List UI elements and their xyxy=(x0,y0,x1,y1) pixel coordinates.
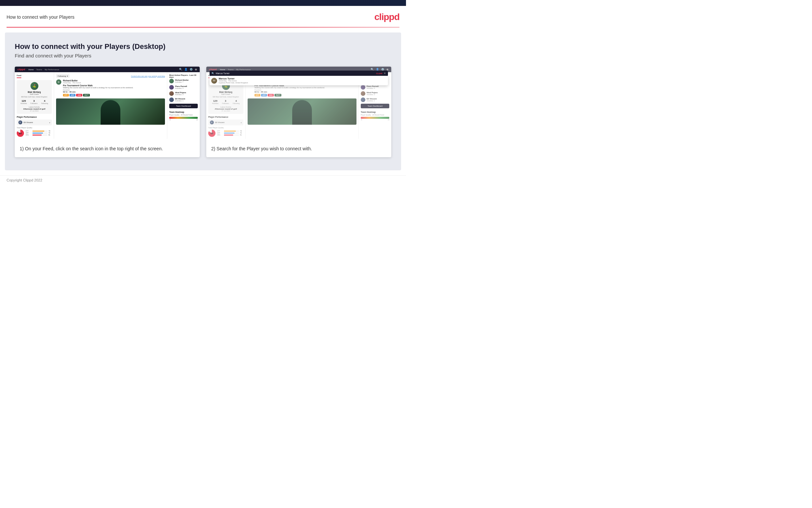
profile-job-title-2: Golf Coach xyxy=(210,93,241,95)
bar-fill-ott xyxy=(33,131,44,132)
bar-label-arg-2: ARG xyxy=(217,134,223,136)
profile-job-title: Golf Coach xyxy=(19,93,50,95)
bar-arg: ARG 61 xyxy=(26,134,52,136)
player-acts-hiral: Activities: 3 xyxy=(175,93,186,95)
search-result-marcus[interactable]: M Marcus Turner Yesterday · The Grove Cy… xyxy=(211,78,386,84)
avatar-icon[interactable]: ◉ xyxy=(195,68,197,71)
activity-tags: OTT APP ARG PUTT xyxy=(63,94,133,96)
stat-followers-label: Followers xyxy=(31,102,37,104)
bar-num-arg-2: 61 xyxy=(240,134,243,136)
tag-putt-2: PUTT xyxy=(275,94,281,96)
following-button[interactable]: Following ▾ xyxy=(56,74,69,78)
bar-ott: OTT 79 xyxy=(26,130,52,132)
app-left-1: Feed ⛳ Blair McHarg Golf Coach Mill Ride… xyxy=(15,72,54,139)
card-activity-desc: Walking the course with my coach to buil… xyxy=(63,87,133,89)
bar-arg-2: ARG 61 xyxy=(217,134,243,136)
nav2-item-home[interactable]: Home xyxy=(220,69,225,71)
stat-followers-label-2: Followers xyxy=(222,102,229,104)
quality-label-2: Total Player Quality xyxy=(208,127,243,129)
app-ui-1: clippd Home Teams My Performance 🔍 👤 ⚙️ … xyxy=(15,67,200,139)
footer: Copyright Clippd 2022 xyxy=(0,175,406,185)
bar-num-ott-2: 79 xyxy=(240,130,243,132)
following-chevron-icon: ▾ xyxy=(67,75,68,77)
profile-name: Blair McHarg xyxy=(19,91,50,93)
bar-num-app: 70 xyxy=(49,132,52,134)
player-avatar-piers xyxy=(169,85,174,90)
nav-item-teams[interactable]: Teams xyxy=(36,69,42,71)
nav2-item-my-performance[interactable]: My Performance xyxy=(236,69,250,71)
bar-app-2: APP 70 xyxy=(217,132,243,134)
golfer-photo-2 xyxy=(248,98,356,125)
player-info-hiral: Hiral Pujara Activities: 3 xyxy=(175,92,186,95)
player-avatar-hiral-2 xyxy=(361,91,365,96)
quality-label: Total Player Quality xyxy=(17,127,52,129)
feed-tab[interactable]: Feed xyxy=(17,75,21,78)
most-active-title: Most Active Players - Last 30 days xyxy=(169,74,198,78)
caption-1: 1) On your Feed, click on the search ico… xyxy=(15,139,200,157)
team-dashboard-button-2[interactable]: Team Dashboard xyxy=(361,104,389,108)
stat-activities-label-2: Activities xyxy=(212,102,219,104)
search-icon[interactable]: 🔍 xyxy=(179,68,182,71)
player-row-eli-2: Eli Vincent Activities: 1 xyxy=(361,97,389,102)
golfer-silhouette xyxy=(101,100,121,125)
search-input-value[interactable]: Marcus Turner xyxy=(216,72,375,75)
stat-followers: 3 Followers xyxy=(31,99,37,104)
score-bars-2: OTT 79 APP 70 xyxy=(217,130,243,136)
player-info-piers: Piers Parnell Activities: 4 xyxy=(175,85,187,89)
clear-button[interactable]: CLEAR xyxy=(376,73,382,75)
app-wrapper-2: clippd Home Teams My Performance 🔍 👤 ⚙️ … xyxy=(206,67,391,139)
player-info-eli: Eli Vincent Activities: 1 xyxy=(175,98,185,102)
player-avatar-piers-2 xyxy=(361,85,365,90)
player-info-richard: Richard Butler Activities: 7 xyxy=(175,79,189,83)
bar-track-app-2 xyxy=(224,133,239,134)
card-user-meta: Yesterday · The Grove xyxy=(63,82,133,84)
bar-fill-app-2 xyxy=(224,133,235,134)
user-icon[interactable]: 👤 xyxy=(184,68,188,71)
team-heatmap-title: Team Heatmap xyxy=(169,111,198,113)
control-link[interactable]: Control who can see your activity and da… xyxy=(131,75,165,77)
player-avatar-eli-2 xyxy=(361,97,365,102)
bar-num-app-2: 70 xyxy=(240,132,243,134)
nav2-item-teams[interactable]: Teams xyxy=(228,69,234,71)
following-header: Following ▾ Control who can see your act… xyxy=(56,74,165,78)
stat-activities: 129 Activities xyxy=(20,99,27,104)
player-avatar-eli xyxy=(169,97,174,102)
player-row-piers: Piers Parnell Activities: 4 xyxy=(169,85,198,90)
nav-item-my-performance[interactable]: My Performance xyxy=(45,69,59,71)
latest-activity-date-2: 27 Jul 2022 xyxy=(210,110,241,112)
bar-app: APP 70 xyxy=(26,132,52,134)
bar-track-ott-2 xyxy=(224,131,239,132)
tag-ott: OTT xyxy=(63,94,69,96)
profile-avatar: ⛳ xyxy=(31,82,38,90)
settings-icon[interactable]: ⚙️ xyxy=(190,68,193,71)
card-duration-value: 02 hr : 00 min xyxy=(63,91,133,93)
app-nav-right: 🔍 👤 ⚙️ ◉ xyxy=(179,68,197,71)
following-label: Following xyxy=(58,75,66,77)
tag-ott-2: OTT xyxy=(254,94,260,96)
player-select[interactable]: E Eli Vincent ▾ xyxy=(17,120,52,125)
nav-item-home[interactable]: Home xyxy=(29,69,34,71)
stat-activities-label: Activities xyxy=(20,102,27,104)
header: How to connect with your Players clippd xyxy=(0,6,406,27)
card-activity-desc-2: Walking the course with my coach to buil… xyxy=(254,87,325,89)
search-overlay: 🔍 Marcus Turner CLEAR ✕ xyxy=(209,71,388,76)
team-dashboard-button[interactable]: Team Dashboard xyxy=(169,104,198,108)
player-select-2[interactable]: E Eli Vincent ▾ xyxy=(208,120,243,125)
screenshot-2: clippd Home Teams My Performance 🔍 👤 ⚙️ … xyxy=(206,67,391,157)
activity-card: R Richard Butler Yesterday · The Grove P… xyxy=(56,79,165,96)
close-search-icon[interactable]: ✕ xyxy=(384,72,386,75)
search-results-dropdown: M Marcus Turner Yesterday · The Grove Cy… xyxy=(209,76,388,85)
team-heatmap-sub: Player Quality · 20 Round Trend xyxy=(169,114,198,116)
bar-fill-app xyxy=(33,133,43,134)
player-info-hiral-2: Hiral Pujara Activities: 3 xyxy=(367,92,378,95)
page-title: How to connect with your Players xyxy=(7,14,75,20)
app-middle-1: Following ▾ Control who can see your act… xyxy=(54,72,167,139)
profile-stats-2: 129 Activities 3 Followers 4 xyxy=(210,99,241,104)
logo: clippd xyxy=(375,12,399,22)
bar-track-arg xyxy=(33,134,48,135)
team-heatmap-sub-2: Player Quality · 20 Round Trend xyxy=(361,114,389,116)
heatmap-bar-2 xyxy=(361,117,389,119)
app-wrapper-1: clippd Home Teams My Performance 🔍 👤 ⚙️ … xyxy=(15,67,200,139)
bar-track-arg-2 xyxy=(224,134,239,135)
app-logo-1: clippd xyxy=(17,68,25,71)
